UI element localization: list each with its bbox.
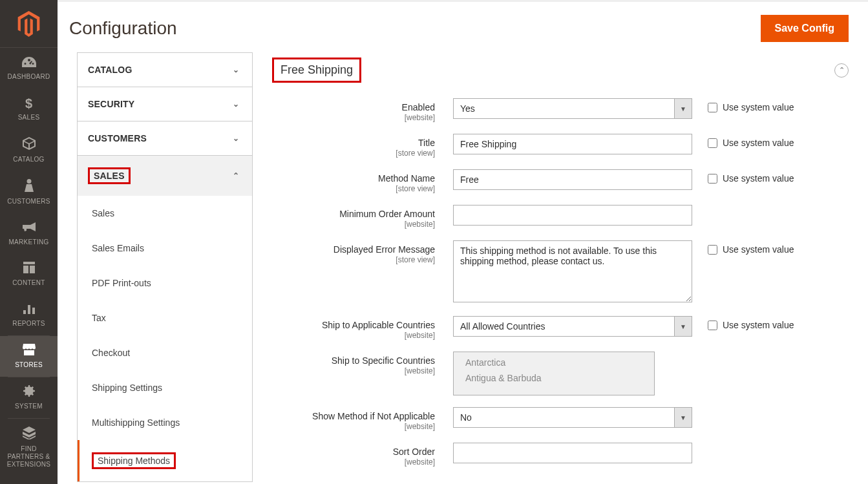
tab-label-highlighted: SALES — [88, 167, 131, 184]
multiselect-ship-specific[interactable]: Antarctica Antigua & Barbuda — [453, 352, 655, 395]
nav-partners[interactable]: FIND PARTNERS & EXTENSIONS — [0, 419, 58, 476]
collapse-button[interactable]: ⌃ — [834, 63, 849, 78]
nav-customers[interactable]: CUSTOMERS — [0, 171, 58, 213]
subtab-shipping-methods[interactable]: Shipping Methods — [78, 440, 252, 481]
select-enabled[interactable]: Yes ▼ — [453, 98, 692, 119]
select-value: Yes — [453, 98, 674, 119]
magento-logo-icon — [17, 11, 40, 37]
checkbox-label: Use system value — [723, 138, 794, 148]
layout-icon — [23, 262, 35, 277]
magento-logo[interactable] — [0, 0, 58, 48]
nav-label: CATALOG — [13, 156, 44, 163]
section-title-highlighted[interactable]: Free Shipping — [272, 58, 361, 83]
row-enabled: Enabled [website] Yes ▼ Use system value — [272, 98, 849, 122]
nav-label: DASHBOARD — [7, 73, 50, 81]
row-title: Title [store view] Use system value — [272, 134, 849, 158]
section-head: Free Shipping ⌃ — [272, 52, 849, 98]
input-sort-order[interactable] — [453, 443, 692, 463]
megaphone-icon — [23, 221, 36, 236]
tab-security[interactable]: SECURITY ⌄ — [77, 87, 253, 121]
bars-icon — [23, 302, 35, 317]
label-error-msg: Displayed Error Message — [333, 244, 435, 255]
label-title: Title — [418, 138, 435, 148]
config-panel: Free Shipping ⌃ Enabled [website] Yes ▼ — [253, 52, 868, 484]
multiselect-option[interactable]: Antigua & Barbuda — [454, 370, 654, 386]
tab-catalog[interactable]: CATALOG ⌄ — [77, 52, 253, 87]
label-sort-order: Sort Order — [393, 447, 435, 457]
scope-ship-applicable: [website] — [272, 331, 435, 340]
main-content: Configuration Save Config CATALOG ⌄ SECU… — [58, 0, 868, 484]
admin-sidebar: DASHBOARD $ SALES CATALOG CUSTOMERS MARK… — [0, 0, 58, 484]
label-enabled: Enabled — [402, 102, 435, 112]
checkbox-error-msg-system[interactable] — [708, 245, 717, 255]
puzzle-icon — [23, 426, 36, 443]
chevron-down-icon: ▼ — [674, 407, 692, 428]
input-title[interactable] — [453, 134, 692, 154]
nav-catalog[interactable]: CATALOG — [0, 129, 58, 171]
nav-system[interactable]: SYSTEM — [0, 377, 58, 418]
scope-ship-specific: [website] — [272, 366, 435, 375]
config-body: CATALOG ⌄ SECURITY ⌄ CUSTOMERS ⌄ SALES — [58, 52, 868, 484]
subtab-pdf-printouts[interactable]: PDF Print-outs — [78, 266, 252, 300]
dashboard-icon — [22, 56, 36, 70]
nav-label: CUSTOMERS — [7, 198, 50, 205]
subtab-sales[interactable]: Sales — [78, 196, 252, 231]
nav-stores[interactable]: STORES — [0, 336, 58, 377]
box-icon — [23, 137, 36, 153]
checkbox-method-name-system[interactable] — [708, 174, 717, 184]
select-ship-applicable[interactable]: All Allowed Countries ▼ — [453, 316, 692, 337]
save-config-button[interactable]: Save Config — [761, 15, 849, 42]
nav-label: CONTENT — [12, 279, 45, 287]
scope-title: [store view] — [272, 149, 435, 158]
checkbox-enabled-system[interactable] — [708, 103, 717, 112]
input-method-name[interactable] — [453, 169, 692, 190]
person-icon — [25, 179, 34, 195]
tab-sales[interactable]: SALES ⌃ Sales Sales Emails PDF Print-out… — [77, 155, 253, 482]
label-method-name: Method Name — [378, 173, 435, 184]
config-tabs: CATALOG ⌄ SECURITY ⌄ CUSTOMERS ⌄ SALES — [77, 52, 253, 484]
row-ship-applicable: Ship to Applicable Countries [website] A… — [272, 316, 849, 340]
tab-label: CATALOG — [88, 65, 132, 75]
subtab-multishipping-settings[interactable]: Multishipping Settings — [78, 405, 252, 440]
label-min-order: Minimum Order Amount — [339, 209, 435, 219]
subtab-sales-emails[interactable]: Sales Emails — [78, 231, 252, 266]
tab-label: CUSTOMERS — [88, 133, 147, 143]
checkbox-label: Use system value — [723, 244, 794, 255]
chevron-down-icon: ▼ — [674, 316, 692, 337]
tab-sales-children: Sales Sales Emails PDF Print-outs Tax Ch… — [78, 196, 252, 481]
select-value: All Allowed Countries — [453, 316, 674, 337]
nav-sales[interactable]: $ SALES — [0, 89, 58, 129]
store-icon — [23, 344, 36, 359]
subtab-shipping-settings[interactable]: Shipping Settings — [78, 370, 252, 405]
select-show-method[interactable]: No ▼ — [453, 407, 692, 428]
input-min-order[interactable] — [453, 205, 692, 226]
select-value: No — [453, 407, 674, 428]
checkbox-label: Use system value — [723, 173, 794, 184]
subtab-tax[interactable]: Tax — [78, 300, 252, 335]
nav-content[interactable]: CONTENT — [0, 254, 58, 295]
row-min-order: Minimum Order Amount [website] — [272, 205, 849, 229]
textarea-error-msg[interactable]: This shipping method is not available. T… — [453, 240, 692, 302]
page-title: Configuration — [69, 18, 177, 39]
subtab-checkout[interactable]: Checkout — [78, 335, 252, 370]
dollar-icon: $ — [25, 96, 32, 111]
chevron-down-icon: ▼ — [674, 98, 692, 119]
nav-dashboard[interactable]: DASHBOARD — [0, 48, 58, 89]
nav-label: REPORTS — [12, 320, 45, 328]
nav-reports[interactable]: REPORTS — [0, 295, 58, 335]
tab-label: SECURITY — [88, 99, 134, 109]
checkbox-ship-applicable-system[interactable] — [708, 321, 717, 330]
label-ship-specific: Ship to Specific Countries — [332, 355, 435, 366]
scope-method-name: [store view] — [272, 184, 435, 193]
scope-sort-order: [website] — [272, 458, 435, 467]
row-error-msg: Displayed Error Message [store view] Thi… — [272, 240, 849, 304]
nav-marketing[interactable]: MARKETING — [0, 213, 58, 254]
checkbox-title-system[interactable] — [708, 138, 717, 148]
nav-label: SYSTEM — [15, 403, 43, 410]
admin-nav-list: DASHBOARD $ SALES CATALOG CUSTOMERS MARK… — [0, 48, 58, 476]
row-method-name: Method Name [store view] Use system valu… — [272, 169, 849, 193]
tab-customers[interactable]: CUSTOMERS ⌄ — [77, 121, 253, 155]
multiselect-option[interactable]: Antarctica — [454, 355, 654, 370]
scope-min-order: [website] — [272, 220, 435, 229]
row-show-method: Show Method if Not Applicable [website] … — [272, 407, 849, 431]
